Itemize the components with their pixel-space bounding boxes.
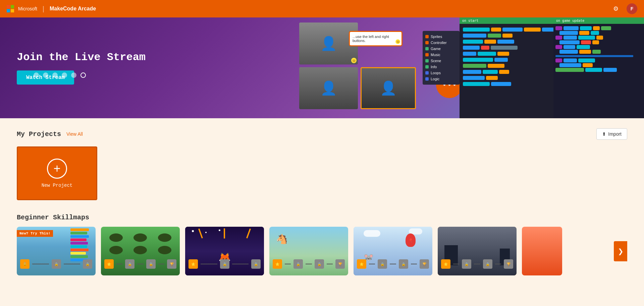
- sm-node-5a: ⭐: [357, 259, 366, 269]
- block-label-game: Game: [431, 47, 441, 51]
- sm-conn-2c: [158, 264, 164, 264]
- code-rows-right: [553, 24, 644, 74]
- sm-node-4a: ⭐: [273, 259, 282, 269]
- my-projects-title-area: My Projects View All: [17, 130, 83, 138]
- block-dot-loops: [425, 71, 429, 75]
- block-dot-sprites: [425, 35, 429, 38]
- block-bar-5: [70, 242, 88, 245]
- sm-conn-5c: [411, 264, 417, 264]
- star-1: [192, 230, 194, 232]
- skillmap-card-7-inner: [522, 227, 562, 275]
- sm-nodes-6: ⭐ 🔒 🔒 🏆: [441, 259, 513, 269]
- block-dot-info: [425, 65, 429, 69]
- import-icon: ⬆: [602, 131, 606, 137]
- header-actions: ⚙ F: [610, 3, 637, 14]
- sm-conn-3b: [232, 264, 249, 264]
- skillmaps-row: New? Try This!: [17, 227, 627, 275]
- ms-logo-yellow: [11, 9, 14, 12]
- skillmap-card-5[interactable]: 🎈 🐭 ⭐ 🔒 🔒 🏆: [354, 227, 432, 275]
- block-dot-scene: [425, 59, 429, 62]
- sm-node-2c: 🔒: [146, 259, 156, 269]
- block-bar-2: [70, 232, 87, 234]
- sm-node-2d: 🏆: [167, 259, 176, 269]
- blue-highlight-bar: [555, 55, 633, 57]
- sm-node-3a: ⭐: [189, 259, 198, 269]
- skillmap-card-1[interactable]: New? Try This!: [17, 227, 96, 275]
- sm-conn-4c: [327, 264, 333, 264]
- my-projects-header: My Projects View All ⬆ Import: [17, 128, 627, 140]
- star-3: [219, 229, 220, 231]
- dialog-text: ...use the left and right buttons.: [353, 35, 389, 43]
- sm-conn-4b: [306, 264, 312, 264]
- dot-5[interactable]: [71, 73, 76, 78]
- skillmap-card-7[interactable]: [522, 227, 562, 275]
- code-block-right: on game update: [553, 17, 644, 118]
- hole-1: [109, 233, 123, 242]
- block-bar-8: [70, 252, 86, 255]
- sm-conn-5b: [390, 264, 396, 264]
- sm-node-6a: ⭐: [441, 259, 450, 269]
- block-label-music: Music: [431, 53, 440, 57]
- block-dot-game: [425, 47, 429, 50]
- sm-nodes-5: ⭐ 🔒 🔒 🏆: [357, 259, 429, 269]
- skillmap-card-6-inner: ⭐ 🔒 🔒 🏆: [438, 227, 517, 275]
- banner-dots: [34, 73, 86, 78]
- sm-node-3c: 🔒: [251, 259, 261, 269]
- sm-node-5b: 🔒: [378, 259, 387, 269]
- dot-3[interactable]: [52, 73, 58, 78]
- skillmaps-section: Beginner Skillmaps New? Try This!: [17, 214, 627, 275]
- skillmap-card-4-inner: 🐴 ⭐ 🔒 🔒 🏆: [269, 227, 348, 275]
- block-dot-music: [425, 53, 429, 56]
- app-header: Microsoft | MakeCode Arcade ⚙ F: [0, 0, 644, 17]
- user-avatar[interactable]: F: [627, 3, 637, 14]
- sm-node-6b: 🔒: [462, 259, 471, 269]
- sm-node-1b: 🔒: [52, 259, 61, 269]
- skillmap-card-4[interactable]: 🐴 ⭐ 🔒 🔒 🏆: [269, 227, 348, 275]
- skillmaps-title: Beginner Skillmaps: [17, 214, 627, 221]
- new-project-card[interactable]: + New Project: [17, 146, 97, 200]
- dot-6[interactable]: [80, 73, 86, 78]
- sm-conn-2a: [116, 264, 122, 264]
- block-bar-4: [70, 238, 87, 241]
- code-on-game-update: on game update: [553, 17, 644, 24]
- sm-node-4d: 🏆: [335, 259, 345, 269]
- dot-4[interactable]: [62, 73, 67, 78]
- skillmap-card-5-inner: 🎈 🐭 ⭐ 🔒 🔒 🏆: [354, 227, 432, 275]
- stage-lights: [185, 227, 264, 240]
- scroll-next-arrow[interactable]: ❯: [614, 241, 627, 261]
- video-thumb-3: 👤: [361, 67, 416, 109]
- dot-1[interactable]: [34, 73, 39, 78]
- banner-content: Join the Live Stream Watch Stream: [17, 51, 146, 85]
- import-button[interactable]: ⬆ Import: [596, 128, 627, 140]
- hole-2: [133, 233, 147, 242]
- block-item-info: Info: [425, 64, 457, 70]
- dot-2[interactable]: [43, 73, 48, 78]
- skillmap-card-6[interactable]: ⭐ 🔒 🔒 🏆: [438, 227, 517, 275]
- block-item-loops: Loops: [425, 70, 457, 76]
- skillmap-card-2[interactable]: ⭐ 🔒 🔒 🏆: [101, 227, 180, 275]
- ms-logo-blue: [7, 9, 10, 12]
- chevron-right-icon: ❯: [618, 247, 624, 255]
- sm-conn-2: [64, 264, 80, 264]
- ms-logo-red: [7, 5, 10, 8]
- sm-conn-6a: [453, 264, 459, 264]
- sm-conn-5a: [369, 264, 375, 264]
- sm-conn-1: [32, 264, 49, 264]
- block-item-controller: Controller: [425, 40, 457, 46]
- hole-3: [158, 233, 171, 242]
- sm-nodes-1: 🔓 🔒 🔒: [20, 259, 92, 269]
- block-label-scene: Scene: [431, 59, 441, 63]
- new-project-label: New Project: [42, 183, 72, 188]
- person-silhouette-3: 👤: [362, 68, 415, 108]
- view-all-link[interactable]: View All: [66, 131, 83, 137]
- settings-button[interactable]: ⚙: [610, 3, 621, 14]
- sm-node-5d: 🏆: [420, 259, 429, 269]
- code-blocks-area: on start on game update: [460, 17, 644, 118]
- light-1: [198, 228, 203, 238]
- tower-top: [446, 245, 449, 250]
- block-label-loops: Loops: [431, 71, 441, 75]
- banner-title: Join the Live Stream: [17, 51, 146, 64]
- person-silhouette-2: 👤: [299, 67, 358, 109]
- skillmap-card-3[interactable]: 🦊 ⭐ 🔒 🔒: [185, 227, 264, 275]
- block-bar-3: [70, 235, 89, 238]
